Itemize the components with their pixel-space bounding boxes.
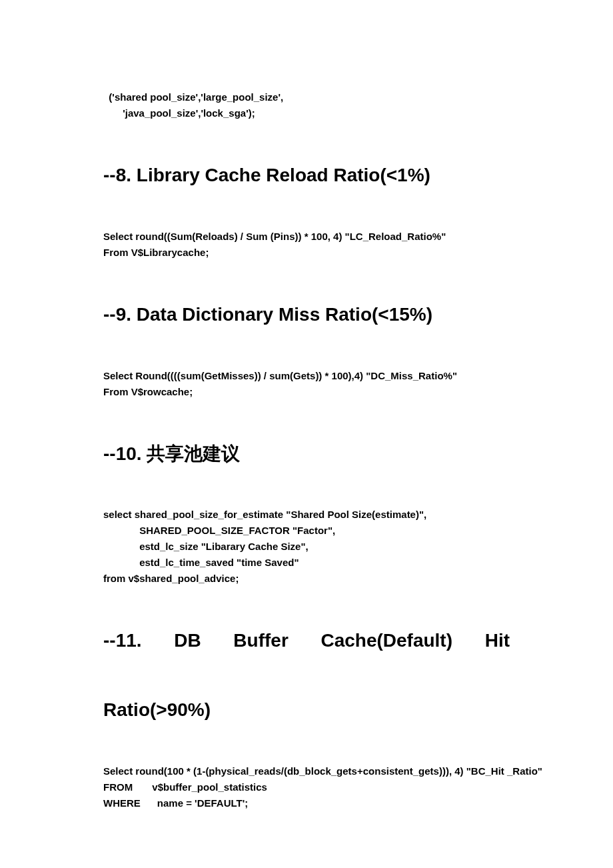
section-9-code: Select Round((((sum(GetMisses)) / sum(Ge… (103, 352, 510, 400)
section-8-heading: --8. Library Cache Reload Ratio(<1%) (103, 158, 510, 193)
preamble-line-1: ('shared pool_size','large_pool_size', (109, 91, 283, 103)
code-line: WHERE name = 'DEFAULT'; (103, 797, 248, 809)
preamble-code: ('shared pool_size','large_pool_size', '… (103, 73, 510, 121)
code-line: From V$rowcache; (103, 386, 193, 397)
code-line: From V$Librarycache; (103, 247, 209, 258)
section-10-heading: --10. 共享池建议 (103, 437, 510, 471)
preamble-line-2: 'java_pool_size','lock_sga'); (103, 107, 255, 119)
section-11-code: Select round(100 * (1-(physical_reads/(d… (103, 747, 510, 811)
code-line: estd_lc_time_saved "time Saved" (103, 557, 299, 568)
section-11-heading-line2: Ratio(>90%) (103, 693, 510, 727)
section-11-heading: --11. DB Buffer Cache(Default) Hit Ratio… (103, 623, 510, 727)
section-10-code: select shared_pool_size_for_estimate "Sh… (103, 491, 510, 587)
code-line: estd_lc_size "Libarary Cache Size", (103, 541, 308, 552)
code-line: Select Round((((sum(GetMisses)) / sum(Ge… (103, 370, 457, 381)
code-line: select shared_pool_size_for_estimate "Sh… (103, 509, 426, 520)
code-line: SHARED_POOL_SIZE_FACTOR "Factor", (103, 525, 335, 536)
code-line: from v$shared_pool_advice; (103, 573, 239, 584)
code-line: Select round((Sum(Reloads) / Sum (Pins))… (103, 231, 446, 242)
section-11-heading-line1: --11. DB Buffer Cache(Default) Hit (103, 623, 510, 693)
section-9-heading: --9. Data Dictionary Miss Ratio(<15%) (103, 297, 510, 332)
section-8-code: Select round((Sum(Reloads) / Sum (Pins))… (103, 213, 510, 261)
code-line: FROM v$buffer_pool_statistics (103, 781, 267, 793)
code-line: Select round(100 * (1-(physical_reads/(d… (103, 765, 542, 777)
